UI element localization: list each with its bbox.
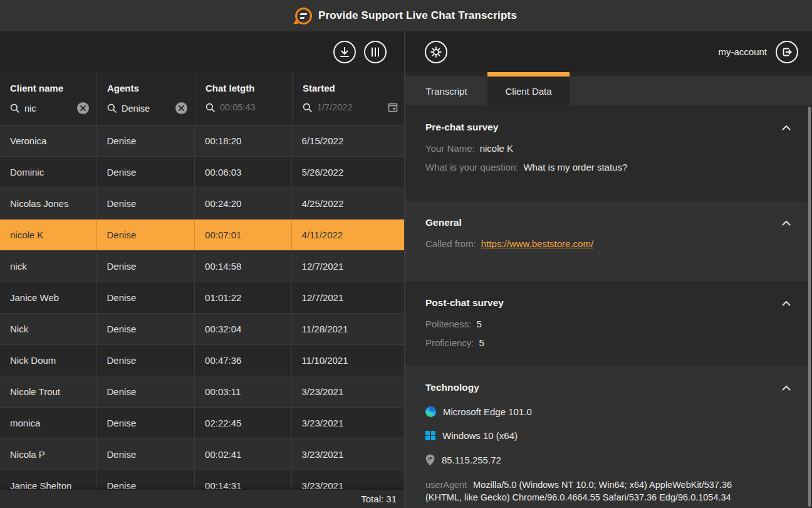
table-row[interactable]: Dominic Denise 00:06:03 5/26/2022 bbox=[0, 157, 404, 188]
table-row[interactable]: monica Denise 02:22:45 3/23/2021 bbox=[0, 408, 404, 439]
logout-button[interactable] bbox=[776, 41, 798, 63]
collapse-section-button[interactable] bbox=[781, 124, 792, 132]
field-label: Politeness: bbox=[425, 319, 471, 329]
section-title: Pre-chat survey bbox=[425, 122, 498, 133]
cell-client: Nicolas Jones bbox=[0, 188, 97, 219]
field-ip: IP 85.115.255.72 bbox=[425, 454, 792, 466]
cell-agent: Denise bbox=[97, 408, 195, 438]
column-label: Started bbox=[303, 83, 398, 93]
cell-agent: Denise bbox=[97, 345, 195, 376]
field-value: Mozilla/5.0 (Windows NT 10.0; Win64; x64… bbox=[425, 480, 732, 502]
field-os: Windows 10 (x64) bbox=[425, 430, 792, 441]
table-row[interactable]: Nicolas Jones Denise 00:24:20 4/25/2022 bbox=[0, 188, 404, 220]
table-row[interactable]: Nick Doum Denise 00:47:36 11/10/2021 bbox=[0, 345, 404, 376]
tab-transcript[interactable]: Transcript bbox=[405, 77, 487, 105]
columns-filter-button[interactable] bbox=[364, 41, 387, 63]
cell-length: 00:02:41 bbox=[195, 439, 292, 470]
section-title: General bbox=[425, 217, 462, 228]
field-label: Proficiency: bbox=[425, 337, 474, 348]
cell-client: Nick bbox=[0, 314, 97, 344]
cell-agent: Denise bbox=[97, 220, 195, 250]
clear-filter-button[interactable] bbox=[175, 102, 187, 114]
cell-agent: Denise bbox=[97, 314, 195, 344]
cell-client: Nicole Trout bbox=[0, 376, 97, 407]
download-button[interactable] bbox=[333, 41, 356, 63]
agents-filter-input[interactable] bbox=[122, 103, 170, 114]
table-row[interactable]: nick Denise 00:14:58 12/7/2021 bbox=[0, 251, 404, 282]
cell-agent: Denise bbox=[97, 439, 195, 470]
svg-text:IP: IP bbox=[428, 457, 432, 461]
provide-support-logo-icon bbox=[295, 8, 312, 24]
field-label: What is your question: bbox=[425, 162, 518, 172]
field-value: 5 bbox=[476, 319, 481, 329]
cell-client: Janice Web bbox=[0, 282, 97, 313]
column-label: Client name bbox=[10, 83, 89, 93]
cell-started: 6/15/2022 bbox=[292, 125, 404, 156]
search-icon bbox=[10, 103, 19, 113]
table-row[interactable]: Janice Web Denise 01:01:22 12/7/2021 bbox=[0, 282, 404, 314]
cell-length: 00:24:20 bbox=[195, 188, 292, 219]
cell-agent: Denise bbox=[97, 125, 195, 156]
clear-filter-button[interactable] bbox=[77, 102, 89, 114]
cell-started: 5/26/2022 bbox=[292, 157, 404, 188]
field-label: Called from: bbox=[425, 238, 476, 249]
cell-client: Veronica bbox=[0, 125, 97, 156]
transcripts-list-panel: Client name Agents bbox=[0, 31, 405, 508]
collapse-section-button[interactable] bbox=[781, 299, 792, 307]
field-user-agent: userAgentMozilla/5.0 (Windows NT 10.0; W… bbox=[425, 479, 767, 504]
field-value: 85.115.255.72 bbox=[442, 455, 501, 465]
client-name-filter-input[interactable] bbox=[24, 103, 72, 114]
cell-started: 12/7/2021 bbox=[292, 251, 404, 282]
cell-started: 4/11/2022 bbox=[292, 220, 404, 250]
cell-agent: Denise bbox=[97, 188, 195, 219]
cell-started: 11/28/2021 bbox=[292, 314, 404, 344]
table-row-selected[interactable]: nicole K Denise 00:07:01 4/11/2022 bbox=[0, 220, 404, 251]
field-proficiency: Proficiency:5 bbox=[425, 337, 792, 348]
field-browser: Microsoft Edge 101.0 bbox=[425, 406, 792, 417]
detail-tabs: Transcript Client Data bbox=[405, 72, 812, 105]
collapse-section-button[interactable] bbox=[781, 384, 792, 392]
table-row[interactable]: Nicole Trout Denise 00:03:11 3/23/2021 bbox=[0, 376, 404, 408]
tab-client-data[interactable]: Client Data bbox=[487, 77, 570, 105]
scrollbar[interactable] bbox=[808, 107, 811, 507]
tab-label: Client Data bbox=[505, 86, 551, 97]
cell-client: nick bbox=[0, 251, 97, 282]
ip-pin-icon: IP bbox=[425, 454, 435, 466]
cell-length: 00:07:01 bbox=[195, 220, 292, 250]
cell-length: 00:03:11 bbox=[195, 376, 292, 407]
field-value: Microsoft Edge 101.0 bbox=[443, 406, 532, 417]
cell-agent: Denise bbox=[97, 282, 195, 313]
column-label: Agents bbox=[107, 83, 187, 93]
chevron-up-icon bbox=[782, 125, 791, 130]
cell-length: 00:18:20 bbox=[195, 125, 292, 156]
cell-started: 3/23/2021 bbox=[292, 376, 404, 407]
search-icon bbox=[206, 103, 215, 112]
account-name: my-account bbox=[718, 46, 767, 57]
cell-length: 00:14:58 bbox=[195, 251, 292, 282]
cell-length: 00:47:36 bbox=[195, 345, 292, 376]
cell-started: 12/7/2021 bbox=[292, 282, 404, 313]
download-icon bbox=[338, 46, 351, 58]
table-footer: Total: 31 bbox=[0, 490, 404, 508]
search-icon bbox=[303, 103, 312, 112]
search-icon bbox=[107, 103, 117, 113]
field-value: nicole K bbox=[480, 143, 513, 154]
settings-button[interactable] bbox=[425, 41, 447, 63]
called-from-link[interactable]: https://www.beststore.com/ bbox=[481, 238, 593, 249]
cell-started: 3/23/2021 bbox=[292, 408, 404, 438]
table-row[interactable]: Veronica Denise 00:18:20 6/15/2022 bbox=[0, 125, 404, 157]
started-filter-input[interactable] bbox=[317, 102, 383, 112]
section-title: Post-chat survey bbox=[425, 297, 504, 309]
chat-length-filter-input[interactable] bbox=[220, 102, 284, 112]
field-label: userAgent bbox=[425, 480, 467, 490]
chevron-up-icon bbox=[782, 220, 791, 226]
field-called-from: Called from:https://www.beststore.com/ bbox=[425, 238, 792, 249]
cell-length: 02:22:45 bbox=[195, 408, 292, 438]
column-client-name: Client name bbox=[0, 72, 97, 125]
table-row[interactable]: Nick Denise 00:32:04 11/28/2021 bbox=[0, 314, 404, 345]
table-row[interactable]: Nicola P Denise 00:02:41 3/23/2021 bbox=[0, 439, 404, 470]
calendar-icon[interactable] bbox=[388, 102, 398, 112]
column-chat-length: Chat letgth bbox=[195, 72, 293, 125]
logout-icon bbox=[781, 46, 793, 58]
collapse-section-button[interactable] bbox=[781, 219, 792, 227]
